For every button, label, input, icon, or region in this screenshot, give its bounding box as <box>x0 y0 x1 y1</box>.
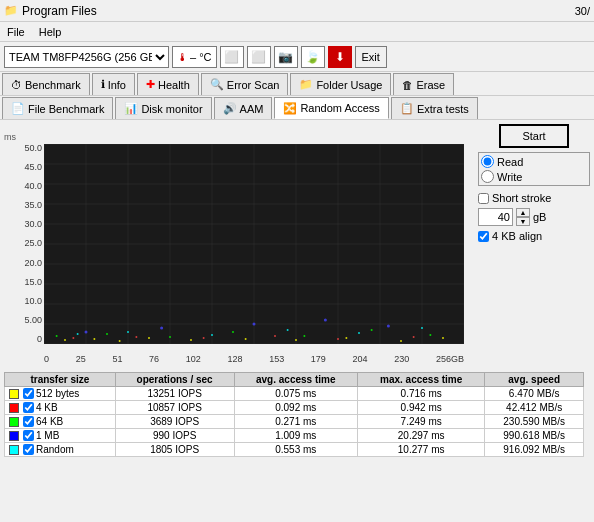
cell-max-access-1: 0.942 ms <box>357 401 484 415</box>
cell-avg-access-0: 0.075 ms <box>234 387 357 401</box>
tab-file-benchmark[interactable]: 📄 File Benchmark <box>2 97 113 119</box>
align-text: 4 KB align <box>492 230 542 242</box>
menu-file[interactable]: File <box>4 25 28 39</box>
exit-button[interactable]: Exit <box>355 46 387 68</box>
download-icon: ⬇ <box>335 50 345 64</box>
copy2-button[interactable]: ⬜ <box>247 46 271 68</box>
short-stroke-text: Short stroke <box>492 192 551 204</box>
read-radio-label[interactable]: Read <box>481 155 587 168</box>
table-row: Random 1805 IOPS 0.553 ms 10.277 ms 916.… <box>5 443 584 457</box>
col-header-ops: operations / sec <box>115 373 234 387</box>
camera-button[interactable]: 📷 <box>274 46 298 68</box>
spinner-down-button[interactable]: ▼ <box>516 217 530 226</box>
tab-benchmark[interactable]: ⏱ Benchmark <box>2 73 90 95</box>
y-label-35: 35.0 <box>24 201 42 210</box>
aam-icon: 🔊 <box>223 102 237 115</box>
tabs-row-2: 📄 File Benchmark 📊 Disk monitor 🔊 AAM 🔀 … <box>0 96 594 120</box>
short-stroke-checkbox[interactable] <box>478 193 489 204</box>
write-radio[interactable] <box>481 170 494 183</box>
svg-point-51 <box>127 331 129 333</box>
gb-label: gB <box>533 211 546 223</box>
x-label-25: 25 <box>76 354 86 364</box>
tab-health[interactable]: ✚ Health <box>137 73 199 95</box>
tab-extra-tests[interactable]: 📋 Extra tests <box>391 97 478 119</box>
align-label[interactable]: 4 KB align <box>478 230 590 242</box>
svg-point-46 <box>160 327 163 330</box>
col-header-avg-access: avg. access time <box>234 373 357 387</box>
color-swatch-0 <box>9 389 19 399</box>
short-stroke-label[interactable]: Short stroke <box>478 192 590 204</box>
gb-spinner-row: ▲ ▼ gB <box>478 208 590 226</box>
tab-disk-monitor[interactable]: 📊 Disk monitor <box>115 97 211 119</box>
tab-info[interactable]: ℹ Info <box>92 73 135 95</box>
svg-point-54 <box>358 332 360 334</box>
leaf-button[interactable]: 🍃 <box>301 46 325 68</box>
svg-point-29 <box>345 337 347 339</box>
temp-button[interactable]: 🌡 – °C <box>172 46 217 68</box>
tab-folder-usage[interactable]: 📁 Folder Usage <box>290 73 391 95</box>
svg-point-45 <box>85 331 88 334</box>
svg-point-37 <box>413 336 415 338</box>
tab-error-scan[interactable]: 🔍 Error Scan <box>201 73 289 95</box>
gb-input[interactable] <box>478 208 513 226</box>
row-checkbox-3[interactable] <box>23 430 34 441</box>
drive-selector[interactable]: TEAM TM8FP4256G (256 GB) <box>4 46 169 68</box>
copy1-icon: ⬜ <box>224 50 239 64</box>
temp-value: – °C <box>190 51 212 63</box>
cell-avg-access-2: 0.271 ms <box>234 415 357 429</box>
y-label-30: 30.0 <box>24 220 42 229</box>
cell-label-1: 4 KB <box>5 401 116 415</box>
table-row: 64 KB 3689 IOPS 0.271 ms 7.249 ms 230.59… <box>5 415 584 429</box>
cell-avg-speed-4: 916.092 MB/s <box>485 443 584 457</box>
write-radio-label[interactable]: Write <box>481 170 587 183</box>
cell-avg-speed-2: 230.590 MB/s <box>485 415 584 429</box>
svg-point-33 <box>135 336 137 338</box>
start-button[interactable]: Start <box>499 124 569 148</box>
cell-avg-access-1: 0.092 ms <box>234 401 357 415</box>
read-radio[interactable] <box>481 155 494 168</box>
y-label-5: 5.00 <box>24 316 42 325</box>
copy2-icon: ⬜ <box>251 50 266 64</box>
align-checkbox[interactable] <box>478 231 489 242</box>
cell-ops-1: 10857 IOPS <box>115 401 234 415</box>
row-checkbox-1[interactable] <box>23 402 34 413</box>
table-row: 4 KB 10857 IOPS 0.092 ms 0.942 ms 42.412… <box>5 401 584 415</box>
main-content: ms 50.0 45.0 40.0 35.0 30.0 25.0 20.0 15… <box>0 120 594 368</box>
toolbar: TEAM TM8FP4256G (256 GB) 🌡 – °C ⬜ ⬜ 📷 🍃 … <box>0 42 594 72</box>
tab-random-access[interactable]: 🔀 Random Access <box>274 97 388 119</box>
copy1-button[interactable]: ⬜ <box>220 46 244 68</box>
chart-area: ms 50.0 45.0 40.0 35.0 30.0 25.0 20.0 15… <box>0 120 474 368</box>
svg-point-28 <box>295 339 297 341</box>
tab-erase[interactable]: 🗑 Erase <box>393 73 454 95</box>
ms-label: ms <box>4 132 16 142</box>
folder-icon: 📁 <box>4 4 18 17</box>
svg-point-55 <box>421 327 423 329</box>
svg-point-40 <box>169 336 171 338</box>
menu-help[interactable]: Help <box>36 25 65 39</box>
row-checkbox-4[interactable] <box>23 444 34 455</box>
row-checkbox-2[interactable] <box>23 416 34 427</box>
title-bar: 📁 Program Files 30/ <box>0 0 594 22</box>
y-label-15: 15.0 <box>24 278 42 287</box>
y-label-40: 40.0 <box>24 182 42 191</box>
download-button[interactable]: ⬇ <box>328 46 352 68</box>
spinner-up-button[interactable]: ▲ <box>516 208 530 217</box>
cell-ops-4: 1805 IOPS <box>115 443 234 457</box>
x-axis: 0 25 51 76 102 128 153 179 204 230 256GB <box>44 354 464 364</box>
window-title: Program Files <box>22 4 575 18</box>
svg-point-53 <box>287 329 289 331</box>
info-icon: ℹ <box>101 78 105 91</box>
cell-avg-speed-1: 42.412 MB/s <box>485 401 584 415</box>
svg-point-36 <box>337 338 339 340</box>
row-name-1: 4 KB <box>36 402 58 413</box>
health-icon: ✚ <box>146 78 155 91</box>
row-checkbox-0[interactable] <box>23 388 34 399</box>
tab-aam[interactable]: 🔊 AAM <box>214 97 273 119</box>
table-row: 512 bytes 13251 IOPS 0.075 ms 0.716 ms 6… <box>5 387 584 401</box>
erase-icon: 🗑 <box>402 79 413 91</box>
svg-point-48 <box>324 319 327 322</box>
svg-point-44 <box>429 334 431 336</box>
svg-point-27 <box>245 338 247 340</box>
svg-point-23 <box>93 338 95 340</box>
x-label-230: 230 <box>394 354 409 364</box>
